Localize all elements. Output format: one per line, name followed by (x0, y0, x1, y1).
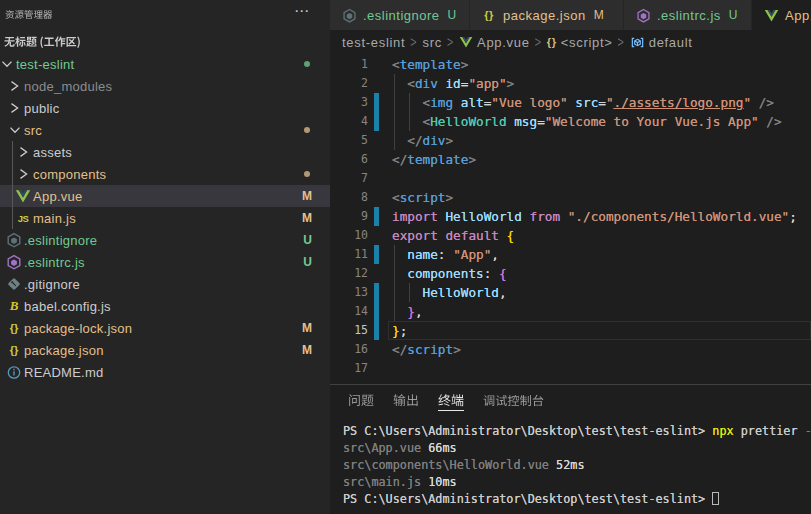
json-icon: {} (10, 322, 19, 334)
breadcrumb-separator: > (530, 35, 547, 50)
tree-item-node_modules[interactable]: node_modules (0, 75, 330, 97)
tree-item-package.json[interactable]: {}package.jsonM (0, 339, 330, 361)
tab-.eslintrc.js[interactable]: .eslintrc.js U (624, 0, 752, 30)
tab-label: package.json (503, 8, 586, 23)
tree-item-src[interactable]: src (0, 119, 330, 141)
more-actions-icon[interactable]: ⋯ (294, 2, 320, 20)
breadcrumb-item[interactable]: test-eslint (342, 35, 405, 50)
tree-item-label: .gitignore (24, 277, 80, 292)
terminal-line: src\App.vue 66ms (343, 440, 811, 457)
breadcrumb-item[interactable]: default (630, 35, 693, 50)
tree-item-label: README.md (24, 365, 104, 380)
code-line: export default { (392, 226, 514, 245)
explorer-title (5, 7, 53, 21)
panel-tab-problems[interactable] (348, 385, 374, 414)
line-number: 10 (330, 226, 368, 245)
tree-item-label: package.json (24, 343, 104, 358)
tab-label: .eslintignore (363, 8, 440, 23)
panel-tab-terminal[interactable] (438, 385, 464, 414)
code-line: <template> (392, 55, 468, 74)
sidebar-title-bar: ⋯ (0, 0, 330, 28)
tree-item-public[interactable]: public (0, 97, 330, 119)
git-status-badge: M (302, 211, 312, 225)
breadcrumb-label: src (422, 35, 441, 50)
chevron-right-icon (18, 144, 30, 160)
tree-item-label: .eslintrc.js (24, 255, 85, 270)
panel-tab-label (438, 390, 464, 409)
code-line: }; (392, 321, 407, 340)
line-number: 8 (330, 188, 368, 207)
tree-item-label: public (24, 101, 59, 116)
terminal-line: src\components\HelloWorld.vue 52ms (343, 457, 811, 474)
tree-item-babel.config.js[interactable]: Bbabel.config.js (0, 295, 330, 317)
panel-tab-output[interactable] (393, 385, 419, 414)
tab-package.json[interactable]: {} package.json M (470, 0, 624, 30)
code-line: </template> (392, 150, 476, 169)
git-status-badge: M (302, 321, 312, 335)
decoration-dot-badge (304, 171, 310, 177)
bottom-panel: PS C:\Users\Administrator\Desktop\test\t… (330, 384, 811, 514)
code-line: <HelloWorld msg="Welcome to Your Vue.js … (392, 112, 782, 131)
terminal[interactable]: PS C:\Users\Administrator\Desktop\test\t… (330, 414, 811, 508)
tree-item-label: main.js (33, 211, 76, 226)
code-line: </div> (392, 131, 453, 150)
code-line: <img alt="Vue logo" src="./assets/logo.p… (392, 93, 774, 112)
tab-App.vue[interactable]: App.vue (752, 0, 811, 30)
breadcrumb-item[interactable]: {}<script> (547, 35, 613, 50)
vue-icon (764, 8, 779, 23)
js-icon: JS (18, 213, 29, 224)
tree-item-label: assets (33, 145, 72, 160)
tree-item-.gitignore[interactable]: .gitignore (0, 273, 330, 295)
tree-item-main.js[interactable]: JSmain.jsM (0, 207, 330, 229)
vscode-window: ⋯ test-eslintnode_modulespublicsrcassets… (0, 0, 811, 514)
tree-item-App.vue[interactable]: App.vueM (0, 185, 330, 207)
chevron-right-icon (18, 166, 30, 182)
tree-item-components[interactable]: components (0, 163, 330, 185)
tree-item-.eslintrc.js[interactable]: .eslintrc.jsU (0, 251, 330, 273)
tree-item-label: .eslintignore (24, 233, 97, 248)
tree-item-.eslintignore[interactable]: .eslintignoreU (0, 229, 330, 251)
breadcrumb-item[interactable]: App.vue (459, 35, 530, 50)
tab-label: .eslintrc.js (657, 8, 721, 23)
code-line: <script> (392, 188, 453, 207)
current-line-highlight (388, 321, 811, 340)
tab-git-badge: M (594, 8, 605, 22)
line-number: 2 (330, 74, 368, 93)
symbol-var-icon (630, 35, 645, 50)
git-modified-gutter (374, 283, 379, 302)
panel-tab-label (483, 391, 544, 409)
breadcrumb-item[interactable]: src (422, 35, 441, 50)
code-line: </script> (392, 340, 461, 359)
decoration-dot-badge (304, 127, 310, 133)
workspace-section-header[interactable] (0, 28, 330, 53)
tree-item-test-eslint[interactable]: test-eslint (0, 53, 330, 75)
git-modified-gutter (374, 302, 379, 321)
tab-git-badge: U (729, 8, 738, 22)
line-number: 13 (330, 283, 368, 302)
explorer-sidebar: ⋯ test-eslintnode_modulespublicsrcassets… (0, 0, 330, 514)
code-line: }, (392, 302, 423, 321)
line-number: 6 (330, 150, 368, 169)
active-tab-underline (438, 410, 464, 411)
decoration-dot-badge (304, 61, 310, 67)
code-line: import HelloWorld from "./components/Hel… (392, 207, 797, 226)
panel-tab-debug-console[interactable] (483, 385, 544, 414)
git-status-badge: U (303, 233, 312, 247)
terminal-cursor (712, 492, 719, 505)
tab-.eslintignore[interactable]: .eslintignore U (330, 0, 470, 30)
json-icon: {} (484, 9, 494, 21)
tree-item-label: components (33, 167, 106, 182)
git-status-badge: M (302, 189, 312, 203)
tree-item-label: node_modules (24, 79, 112, 94)
eslint-icon (6, 232, 22, 248)
code-editor[interactable]: 1<template>2 <div id="app">3 <img alt="V… (330, 54, 811, 384)
line-number: 11 (330, 245, 368, 264)
terminal-line: PS C:\Users\Administrator\Desktop\test\t… (343, 423, 811, 440)
tree-item-label: test-eslint (16, 57, 74, 72)
tree-item-package-lock.json[interactable]: {}package-lock.jsonM (0, 317, 330, 339)
tree-item-assets[interactable]: assets (0, 141, 330, 163)
tree-item-README.md[interactable]: README.md (0, 361, 330, 383)
chevron-right-icon (9, 78, 21, 94)
json-icon: {} (10, 344, 19, 356)
chevron-right-icon (9, 100, 21, 116)
